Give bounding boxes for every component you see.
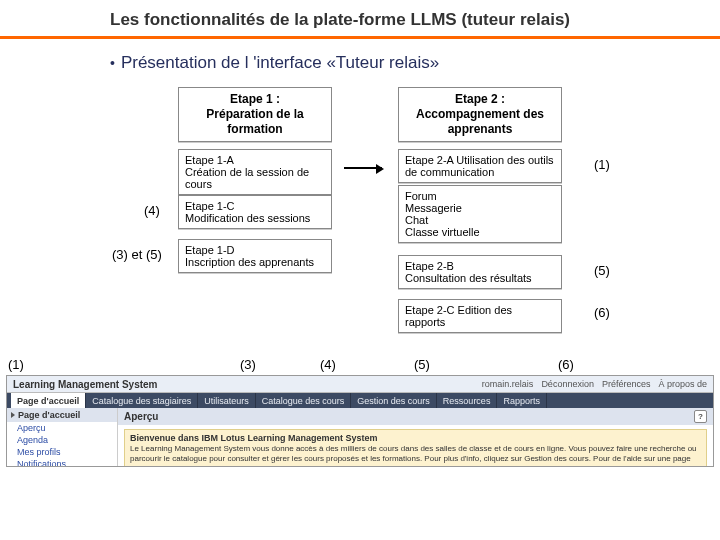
sidebar-header[interactable]: Page d'accueil: [7, 408, 117, 422]
main-panel-title: Aperçu: [124, 411, 158, 422]
sidebar-item-apercu[interactable]: Aperçu: [7, 422, 117, 434]
sidebar-item-agenda[interactable]: Agenda: [7, 434, 117, 446]
lms-screenshot: Learning Management System romain.relais…: [6, 375, 714, 467]
bullet-dot: •: [110, 55, 115, 71]
bullet-line: •Présentation de l 'interface «Tuteur re…: [0, 53, 720, 73]
bullet-text: Présentation de l 'interface «Tuteur rel…: [121, 53, 439, 72]
brand-label: Learning Management System: [13, 379, 157, 390]
main-tabs: Page d'accueil Catalogue des stagiaires …: [7, 393, 713, 408]
divider: [0, 36, 720, 39]
ann-3-5: (3) et (5): [112, 247, 162, 262]
ann-1: (1): [594, 157, 610, 172]
sidebar-header-label: Page d'accueil: [18, 410, 80, 420]
label-3: (3): [240, 357, 256, 372]
label-6: (6): [558, 357, 574, 372]
ann-5: (5): [594, 263, 610, 278]
tab-utilisateurs[interactable]: Utilisateurs: [198, 393, 256, 408]
slide-title: Les fonctionnalités de la plate-forme LL…: [0, 0, 720, 34]
disconnect-link[interactable]: Déconnexion: [541, 379, 594, 389]
box-etape2-a: Etape 2-A Utilisation des outils de comm…: [398, 149, 562, 183]
ann-6: (6): [594, 305, 610, 320]
welcome-body: Le Learning Management System vous donne…: [130, 444, 697, 467]
label-5: (5): [414, 357, 430, 372]
label-1: (1): [8, 357, 24, 372]
box-etape1-c: Etape 1-C Modification des sessions: [178, 195, 332, 229]
box-etape1-header: Etape 1 : Préparation de la formation: [178, 87, 332, 142]
box-etape2-tools: Forum Messagerie Chat Classe virtuelle: [398, 185, 562, 243]
box-etape2-b: Etape 2-B Consultation des résultats: [398, 255, 562, 289]
box-etape2-c: Etape 2-C Edition des rapports: [398, 299, 562, 333]
tab-gestion-cours[interactable]: Gestion des cours: [351, 393, 437, 408]
label-4: (4): [320, 357, 336, 372]
chevron-right-icon: [11, 412, 15, 418]
arrow-icon: [344, 167, 382, 169]
sidebar-item-notifications[interactable]: Notifications: [7, 458, 117, 467]
sidebar-item-profils[interactable]: Mes profils: [7, 446, 117, 458]
tab-ressources[interactable]: Ressources: [437, 393, 498, 408]
main-panel: Aperçu ? Bienvenue dans IBM Lotus Learni…: [118, 408, 713, 467]
tab-catalogue-stagiaires[interactable]: Catalogue des stagiaires: [86, 393, 198, 408]
ann-4: (4): [144, 203, 160, 218]
bottom-labels: (1) (3) (4) (5) (6): [0, 357, 720, 375]
about-link[interactable]: À propos de: [658, 379, 707, 389]
window-topbar: Learning Management System romain.relais…: [7, 376, 713, 393]
main-panel-header: Aperçu ?: [118, 408, 713, 425]
welcome-banner: Bienvenue dans IBM Lotus Learning Manage…: [124, 429, 707, 467]
welcome-title: Bienvenue dans IBM Lotus Learning Manage…: [130, 433, 378, 443]
box-etape1-d: Etape 1-D Inscription des apprenants: [178, 239, 332, 273]
sidebar: Page d'accueil Aperçu Agenda Mes profils…: [7, 408, 118, 467]
box-etape1-a: Etape 1-A Création de la session de cour…: [178, 149, 332, 195]
box-etape2-header: Etape 2 : Accompagnement des apprenants: [398, 87, 562, 142]
tab-accueil[interactable]: Page d'accueil: [11, 393, 86, 408]
user-label: romain.relais: [482, 379, 534, 389]
workflow-diagram: Etape 1 : Préparation de la formation Et…: [0, 87, 720, 357]
tab-rapports[interactable]: Rapports: [497, 393, 547, 408]
prefs-link[interactable]: Préférences: [602, 379, 651, 389]
help-icon[interactable]: ?: [694, 410, 707, 423]
tab-catalogue-cours[interactable]: Catalogue des cours: [256, 393, 352, 408]
